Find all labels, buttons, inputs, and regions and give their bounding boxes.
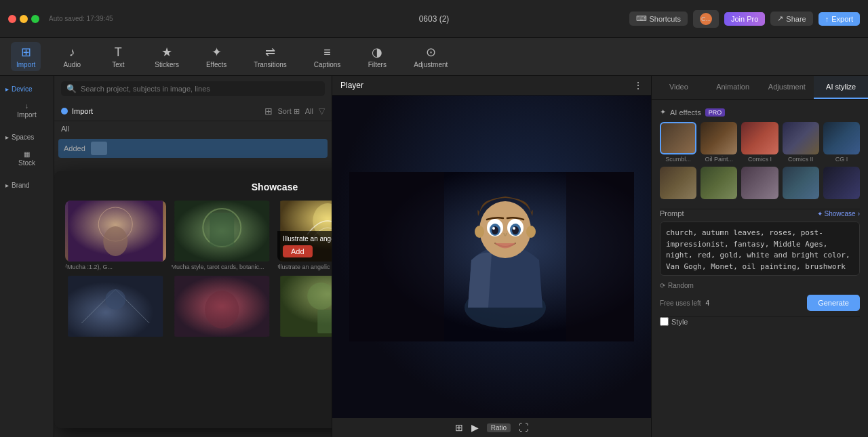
- close-button[interactable]: [8, 15, 16, 23]
- device-section[interactable]: ▸ Device: [0, 81, 54, 97]
- effect-item-5[interactable]: CG I: [823, 122, 860, 163]
- effect-scumbl-label: Scumbl...: [660, 156, 696, 163]
- random-button[interactable]: ⟳ Random: [660, 282, 860, 289]
- keyboard-icon: ⌨: [636, 14, 647, 23]
- tool-text[interactable]: T Text: [103, 43, 133, 71]
- showcase-item-3[interactable]: Illustrate an angelic wa... Add Illustra…: [277, 201, 332, 270]
- svg-point-2: [103, 226, 127, 256]
- prompt-textarea[interactable]: church, autumn leaves, roses, post-impre…: [660, 222, 860, 276]
- search-area: 🔍: [54, 76, 332, 102]
- left-sidebar: ▸ Device ↓ Import ▸ Spaces ▦ Stock ▸ Bra…: [0, 76, 54, 437]
- tool-import[interactable]: ⊞ Import: [11, 42, 41, 71]
- add-to-project-button[interactable]: Add: [283, 245, 313, 257]
- tool-audio[interactable]: ♪ Audio: [57, 43, 87, 71]
- showcase-overlay: Showcase (Mucha :1.2), G...: [54, 171, 332, 428]
- svg-point-12: [105, 289, 125, 310]
- showcase-item-7[interactable]: [277, 276, 332, 339]
- effect-item-6[interactable]: [660, 167, 696, 201]
- showcase-item-2[interactable]: Mucha style, tarot cards, botanic...: [172, 201, 273, 270]
- window-title: 0603 (2): [419, 14, 450, 24]
- effects-icon: ✦: [212, 45, 222, 60]
- tab-animation[interactable]: Animation: [706, 76, 760, 99]
- tool-stickers[interactable]: ★ Stickers: [149, 42, 184, 71]
- chevron-right-icon-brand: ▸: [5, 182, 9, 189]
- search-icon: 🔍: [66, 84, 77, 93]
- effect-item-8[interactable]: [741, 167, 778, 201]
- share-button[interactable]: ↗ Share: [770, 12, 812, 26]
- svg-point-14: [205, 291, 239, 329]
- svg-rect-17: [317, 310, 332, 333]
- player-menu-button[interactable]: ⋮: [633, 80, 643, 91]
- main-toolbar: ⊞ Import ♪ Audio T Text ★ Stickers ✦ Eff…: [0, 38, 868, 76]
- character-preview: [332, 96, 651, 418]
- effect-item-4[interactable]: Comics II: [783, 122, 819, 163]
- effect-item-9[interactable]: [783, 167, 819, 201]
- captions-icon: ≡: [323, 45, 331, 60]
- effect-item-1[interactable]: Scumbl...: [660, 122, 696, 163]
- export-button[interactable]: ↑ Export: [818, 12, 860, 26]
- showcase-item-6[interactable]: [172, 276, 273, 339]
- effect-comics1-img: [741, 122, 778, 154]
- tool-captions[interactable]: ≡ Captions: [309, 43, 346, 71]
- fullscreen-button[interactable]: ⛶: [519, 422, 528, 433]
- showcase-caption-2: Mucha style, tarot cards, botanic...: [172, 264, 273, 270]
- sidebar-item-stock[interactable]: ▦ Stock: [0, 145, 54, 172]
- profile-button[interactable]: C...: [693, 10, 719, 28]
- effect-7-img: [701, 167, 737, 199]
- tab-ai-stylize[interactable]: AI stylize: [814, 76, 868, 99]
- showcase-link[interactable]: ✦ Showcase ›: [817, 210, 860, 217]
- showcase-img-svg-1: [65, 201, 166, 262]
- effect-oil-img: [701, 122, 737, 154]
- tool-effects[interactable]: ✦ Effects: [201, 42, 232, 71]
- tool-transitions[interactable]: ⇌ Transitions: [248, 42, 292, 71]
- svg-point-33: [475, 226, 484, 238]
- sort-label[interactable]: Sort ⊞: [278, 107, 300, 116]
- filter-icon[interactable]: ▽: [319, 106, 325, 116]
- all-tab[interactable]: All: [305, 107, 313, 115]
- character-svg: [349, 172, 634, 341]
- stock-icon: ▦: [24, 150, 30, 158]
- tab-adjustment[interactable]: Adjustment: [760, 76, 814, 99]
- generate-button[interactable]: Generate: [807, 295, 860, 311]
- grid-view-icon[interactable]: ⊞: [264, 106, 273, 117]
- tab-video[interactable]: Video: [652, 76, 706, 99]
- tab-import[interactable]: Import: [72, 107, 93, 115]
- play-button[interactable]: ▶: [471, 422, 479, 433]
- minimize-button[interactable]: [20, 15, 28, 23]
- tool-adjustment[interactable]: ⊙ Adjustment: [408, 42, 453, 71]
- style-checkbox[interactable]: [660, 317, 669, 326]
- showcase-item-5[interactable]: [65, 276, 166, 339]
- import-tabs-row: Import ⊞ Sort ⊞ All ▽: [54, 102, 332, 121]
- showcase-caption-3: Illustrate an angelic wa...: [277, 264, 332, 270]
- search-input[interactable]: [81, 85, 319, 93]
- expand-left-button[interactable]: ⊞: [455, 422, 463, 433]
- effect-comics2-img: [783, 122, 819, 154]
- player-video: [332, 96, 651, 418]
- shortcuts-button[interactable]: ⌨ Shortcuts: [629, 12, 688, 26]
- effects-grid: Scumbl... Oil Paint... Comics I Comics I…: [660, 122, 860, 201]
- ratio-badge: Ratio: [487, 423, 511, 432]
- import-icon: ⊞: [21, 45, 31, 60]
- effect-10-img: [823, 167, 860, 199]
- join-pro-button[interactable]: Join Pro: [724, 12, 765, 26]
- effect-item-2[interactable]: Oil Paint...: [701, 122, 737, 163]
- spaces-section[interactable]: ▸ Spaces: [0, 129, 54, 145]
- maximize-button[interactable]: [31, 15, 39, 23]
- search-bar[interactable]: 🔍: [61, 81, 325, 96]
- player-controls: ⊞ ▶ Ratio ⛶: [332, 418, 651, 437]
- free-uses-label: Free uses left 4: [660, 299, 709, 307]
- style-section: Style: [660, 316, 860, 326]
- effect-item-10[interactable]: [823, 167, 860, 201]
- right-panel: Video Animation Adjustment AI stylize ✦ …: [651, 76, 868, 437]
- added-strip: Added: [58, 139, 328, 158]
- topbar-right: ⌨ Shortcuts C... Join Pro ↗ Share ↑ Expo…: [629, 10, 860, 28]
- effect-item-3[interactable]: Comics I: [741, 122, 778, 163]
- sidebar-item-import[interactable]: ↓ Import: [0, 97, 54, 124]
- prompt-label: Prompt: [660, 209, 684, 217]
- showcase-item-1[interactable]: (Mucha :1.2), G...: [65, 201, 166, 270]
- effect-item-7[interactable]: [701, 167, 737, 201]
- effect-9-img: [783, 167, 819, 199]
- chevron-right-icon-spaces: ▸: [5, 133, 9, 141]
- brand-section[interactable]: ▸ Brand: [0, 178, 54, 193]
- tool-filters[interactable]: ◑ Filters: [362, 42, 392, 71]
